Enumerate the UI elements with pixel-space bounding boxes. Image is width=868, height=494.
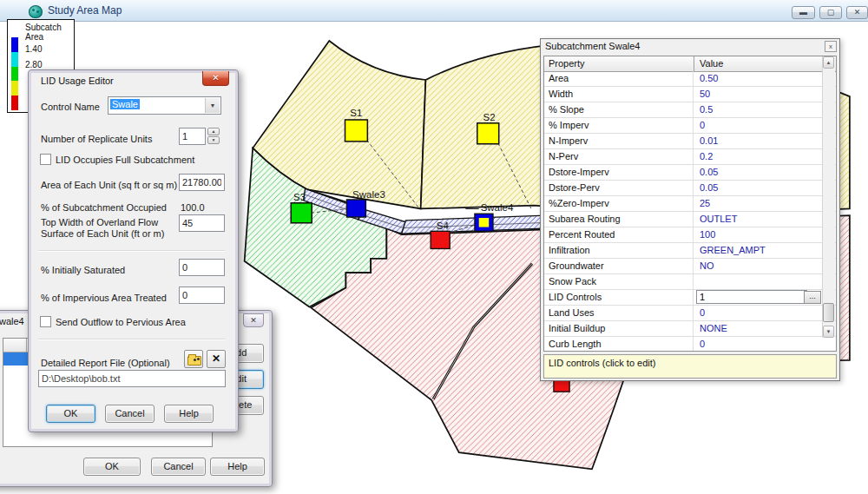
- legend-segment: [11, 81, 18, 96]
- property-row[interactable]: N-Imperv 0.01: [544, 134, 836, 149]
- property-name-cell: Dstore-Imperv: [544, 165, 694, 180]
- replicate-units-input[interactable]: [179, 128, 206, 145]
- property-row[interactable]: % Slope 0.5: [544, 102, 836, 118]
- node-swale4-label: Swale4: [481, 202, 514, 213]
- node-s2[interactable]: [477, 123, 499, 144]
- property-row[interactable]: Dstore-Imperv 0.05: [544, 165, 836, 181]
- property-row[interactable]: Area 0.50: [544, 71, 836, 87]
- unit-area-input[interactable]: [179, 174, 225, 191]
- property-value-cell: 0.05: [694, 181, 822, 193]
- replicate-units-stepper[interactable]: ▲ ▼: [207, 128, 220, 145]
- property-row[interactable]: Curb Length 0: [544, 337, 836, 351]
- separator: [38, 250, 225, 252]
- spin-down-icon[interactable]: ▼: [207, 136, 220, 144]
- column-header-property: Property: [549, 58, 585, 69]
- node-s3[interactable]: [291, 203, 312, 223]
- property-table-body: Area 0.50 Width 50 % Slope 0.5 % Imperv …: [544, 71, 836, 351]
- property-row[interactable]: Initial Buildup NONE: [544, 321, 836, 337]
- property-row[interactable]: LID Controls ...: [544, 290, 836, 306]
- property-value-cell: 100: [694, 227, 822, 240]
- browse-report-file-button[interactable]: [184, 350, 203, 368]
- property-row[interactable]: Width 50: [544, 87, 836, 102]
- control-name-value: Swale: [110, 99, 140, 109]
- close-button[interactable]: ✕: [846, 6, 868, 19]
- lid-controls-ellipsis-button[interactable]: ...: [804, 291, 821, 304]
- clear-report-file-button[interactable]: ✕: [207, 350, 226, 368]
- node-s4-label: S4: [437, 221, 450, 231]
- lid-list-close-button[interactable]: ✕: [243, 313, 264, 327]
- property-row[interactable]: % Imperv 0: [544, 118, 836, 134]
- chevron-down-icon[interactable]: ▼: [205, 98, 220, 113]
- property-value-cell: NO: [694, 259, 822, 271]
- property-name-cell: N-Imperv: [544, 134, 694, 148]
- property-value-cell: 50: [694, 87, 822, 99]
- scrollbar-thumb[interactable]: [823, 303, 834, 322]
- app-icon: [29, 5, 43, 18]
- cancel-button[interactable]: Cancel: [105, 405, 155, 423]
- legend-title-line2: Area: [25, 32, 43, 42]
- node-s1[interactable]: [345, 120, 368, 142]
- property-row[interactable]: N-Perv 0.2: [544, 149, 836, 165]
- property-table-header: Property Value: [544, 56, 836, 72]
- send-outflow-checkbox[interactable]: [40, 316, 51, 327]
- full-subcatchment-label: LID Occupies Full Subcatchment: [56, 155, 194, 165]
- scroll-down-icon[interactable]: ▼: [823, 326, 834, 338]
- node-swale3[interactable]: [346, 200, 365, 217]
- lid-editor-close-button[interactable]: ✕: [202, 71, 229, 86]
- property-value-cell: 0.01: [694, 134, 822, 146]
- property-row[interactable]: Dstore-Perv 0.05: [544, 181, 836, 196]
- separator: [38, 339, 225, 340]
- property-name-cell: % Slope: [544, 102, 694, 117]
- window-titlebar[interactable]: Study Area Map ▬ ▢ ✕: [0, 0, 868, 22]
- property-value-cell: OUTLET: [694, 212, 822, 224]
- report-file-input[interactable]: [38, 370, 226, 387]
- impervious-treated-label: % of Impervious Area Treated: [41, 293, 167, 303]
- full-subcatchment-checkbox[interactable]: [40, 154, 51, 165]
- node-swale3-label: Swale3: [352, 189, 385, 200]
- lid-usage-editor-dialog: LID Usage Editor ✕ Control Name Swale ▼ …: [28, 69, 239, 432]
- spin-up-icon[interactable]: ▲: [207, 128, 220, 135]
- lid-controls-value-input[interactable]: [696, 290, 807, 304]
- property-name-cell: LID Controls: [544, 290, 694, 305]
- scroll-up-icon[interactable]: ▲: [823, 56, 834, 69]
- property-row[interactable]: %Zero-Imperv 25: [544, 196, 836, 212]
- property-panel-title: Subcatchment Swale4: [545, 41, 640, 51]
- property-value-cell: [694, 274, 822, 276]
- saturated-label: % Initially Saturated: [41, 265, 125, 275]
- send-outflow-label: Send Outflow to Pervious Area: [56, 317, 186, 327]
- property-value-cell: 0.2: [694, 149, 822, 161]
- property-row[interactable]: Subarea Routing OUTLET: [544, 212, 836, 227]
- top-width-label-line2: Surface of Each Unit (ft or m): [41, 228, 164, 239]
- property-name-cell: Snow Pack: [544, 274, 694, 289]
- list-help-button[interactable]: Help: [210, 458, 265, 476]
- help-button[interactable]: Help: [164, 405, 214, 423]
- property-name-cell: N-Perv: [544, 149, 694, 164]
- top-width-input[interactable]: [179, 214, 225, 232]
- property-panel-close-button[interactable]: x: [825, 41, 837, 52]
- clear-x-icon: ✕: [212, 352, 220, 365]
- list-ok-button[interactable]: OK: [83, 458, 141, 476]
- top-width-label-line1: Top Width of Overland Flow: [41, 217, 158, 227]
- property-row[interactable]: Infiltration GREEN_AMPT: [544, 243, 836, 259]
- property-row[interactable]: Snow Pack: [544, 274, 836, 290]
- saturated-input[interactable]: [179, 259, 225, 276]
- node-s4[interactable]: [431, 231, 450, 248]
- node-s3-label: S3: [293, 192, 306, 202]
- maximize-button[interactable]: ▢: [819, 6, 842, 19]
- minimize-button[interactable]: ▬: [792, 6, 815, 19]
- property-row[interactable]: Land Uses 0: [544, 306, 836, 321]
- property-value-cell: NONE: [694, 321, 822, 333]
- control-name-combobox[interactable]: Swale ▼: [108, 96, 221, 115]
- property-table-scrollbar[interactable]: ▲ ▼: [822, 56, 835, 338]
- property-value-cell: 0: [694, 306, 822, 318]
- occupied-value: 100.0: [181, 202, 205, 213]
- column-header-value: Value: [700, 58, 723, 69]
- property-row[interactable]: Percent Routed 100: [544, 227, 836, 243]
- property-row[interactable]: Groundwater NO: [544, 259, 836, 274]
- property-name-cell: Width: [544, 87, 694, 102]
- property-table: Property Value Area 0.50 Width 50 % Slop…: [543, 56, 837, 352]
- impervious-treated-input[interactable]: [179, 287, 225, 304]
- list-cancel-button[interactable]: Cancel: [151, 458, 206, 476]
- ok-button[interactable]: OK: [46, 405, 95, 423]
- legend-value: 2.80: [25, 60, 42, 69]
